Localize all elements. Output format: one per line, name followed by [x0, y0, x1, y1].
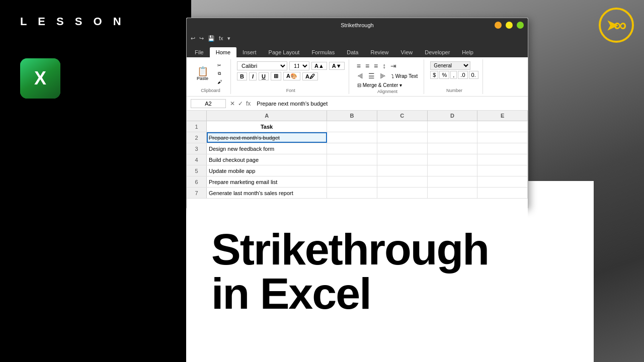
- cell-a2[interactable]: Prepare next month's budget: [207, 132, 327, 143]
- cell-e5[interactable]: [477, 165, 528, 176]
- insert-function-icon[interactable]: fx: [246, 100, 251, 107]
- maximize-btn[interactable]: [506, 22, 513, 29]
- align-top-button[interactable]: ≡: [355, 61, 362, 70]
- cell-a3[interactable]: Design new feedback form: [207, 143, 327, 154]
- align-center-button[interactable]: ☰: [367, 71, 376, 80]
- col-header-a[interactable]: A: [207, 111, 327, 121]
- cell-b1[interactable]: [327, 121, 377, 132]
- decrease-decimal-button[interactable]: 0.: [469, 71, 478, 79]
- col-header-b[interactable]: B: [327, 111, 377, 121]
- excel-icon-wrap: X: [20, 58, 60, 99]
- cell-d6[interactable]: [428, 176, 478, 187]
- cell-e7[interactable]: [477, 188, 528, 198]
- confirm-formula-icon[interactable]: ✓: [238, 100, 243, 107]
- cell-a7[interactable]: Generate last month's sales report: [207, 188, 327, 198]
- tab-insert[interactable]: Insert: [236, 47, 263, 57]
- wrap-text-button[interactable]: ⤵ Wrap Text: [389, 72, 420, 80]
- format-painter-button[interactable]: 🖌: [212, 78, 226, 85]
- cell-d3[interactable]: [428, 143, 478, 154]
- cell-d1[interactable]: [428, 121, 478, 132]
- italic-button[interactable]: I: [249, 72, 257, 80]
- cell-c6[interactable]: [377, 176, 428, 187]
- cell-a1[interactable]: Task: [207, 121, 327, 132]
- increase-decimal-button[interactable]: .0: [458, 71, 467, 79]
- cancel-formula-icon[interactable]: ✕: [230, 100, 235, 107]
- cell-c5[interactable]: [377, 165, 428, 176]
- number-format-select[interactable]: General: [430, 61, 470, 70]
- tab-formulas[interactable]: Formulas: [305, 47, 341, 57]
- underline-button[interactable]: U: [259, 72, 269, 80]
- border-button[interactable]: ⊞: [271, 72, 281, 80]
- font-color-button[interactable]: A🖊: [302, 72, 318, 80]
- cell-e1[interactable]: [477, 121, 528, 132]
- cell-d7[interactable]: [428, 188, 478, 198]
- decrease-font-button[interactable]: A▼: [329, 62, 345, 70]
- paste-button[interactable]: 📋 Paste: [195, 66, 210, 82]
- cell-d5[interactable]: [428, 165, 478, 176]
- text-direction-button[interactable]: ↕: [381, 61, 387, 70]
- cell-e4[interactable]: [477, 154, 528, 165]
- cell-d2[interactable]: [428, 132, 478, 143]
- formula-input[interactable]: [255, 100, 524, 108]
- cell-e3[interactable]: [477, 143, 528, 154]
- cell-reference-box[interactable]: [191, 99, 226, 108]
- cell-d4[interactable]: [428, 154, 478, 165]
- col-header-c[interactable]: C: [377, 111, 428, 121]
- align-left-button[interactable]: ⫷: [355, 71, 365, 80]
- cell-b4[interactable]: [327, 154, 377, 165]
- tab-page-layout[interactable]: Page Layout: [263, 47, 306, 57]
- fill-color-button[interactable]: A🎨: [283, 72, 300, 80]
- font-size-select[interactable]: 11: [289, 61, 309, 70]
- cell-a4[interactable]: Build checkout page: [207, 154, 327, 165]
- tab-home[interactable]: Home: [210, 47, 236, 57]
- redo-icon[interactable]: ↪: [199, 35, 204, 42]
- copy-button[interactable]: ⧉: [212, 70, 226, 77]
- row-number-1: 1: [187, 121, 207, 132]
- align-right-button[interactable]: ⫸: [378, 71, 388, 80]
- font-name-select[interactable]: Calibri: [237, 61, 287, 70]
- col-header-d[interactable]: D: [428, 111, 478, 121]
- clipboard-controls: 📋 Paste ✂ ⧉ 🖌: [195, 59, 226, 88]
- cell-b3[interactable]: [327, 143, 377, 154]
- cell-c7[interactable]: [377, 188, 428, 198]
- cell-a5[interactable]: Update mobile app: [207, 165, 327, 176]
- tab-data[interactable]: Data: [341, 47, 364, 57]
- cell-c3[interactable]: [377, 143, 428, 154]
- cell-b2[interactable]: [327, 132, 377, 143]
- col-header-e[interactable]: E: [477, 111, 528, 121]
- align-middle-button[interactable]: ≡: [364, 61, 371, 70]
- alignment-top-row: ≡ ≡ ≡ ↕ ⇥: [355, 61, 420, 70]
- cell-e6[interactable]: [477, 176, 528, 187]
- close-btn[interactable]: [517, 22, 524, 29]
- cut-button[interactable]: ✂: [212, 62, 226, 69]
- window-title: Strikethrough: [341, 22, 373, 28]
- cell-b5[interactable]: [327, 165, 377, 176]
- bold-button[interactable]: B: [237, 72, 247, 80]
- indent-button[interactable]: ⇥: [389, 61, 398, 70]
- qa-extra-icon[interactable]: ▾: [227, 35, 230, 42]
- cell-b7[interactable]: [327, 188, 377, 198]
- formula-bar-icon[interactable]: fx: [219, 35, 223, 41]
- tab-developer[interactable]: Developer: [419, 47, 456, 57]
- undo-icon[interactable]: ↩: [191, 35, 195, 42]
- cell-c4[interactable]: [377, 154, 428, 165]
- align-bottom-button[interactable]: ≡: [372, 61, 379, 70]
- tab-file[interactable]: File: [189, 47, 210, 57]
- merge-center-button[interactable]: ⊟ Merge & Center ▾: [355, 81, 420, 89]
- comma-button[interactable]: ,: [450, 71, 457, 79]
- increase-font-button[interactable]: A▲: [311, 62, 327, 70]
- cell-c1[interactable]: [377, 121, 428, 132]
- wrap-text-label: Wrap Text: [395, 73, 418, 79]
- tab-review[interactable]: Review: [364, 47, 394, 57]
- percent-button[interactable]: %: [439, 71, 449, 79]
- cell-e2[interactable]: [477, 132, 528, 143]
- currency-button[interactable]: $: [430, 71, 438, 79]
- minimize-btn[interactable]: [495, 22, 502, 29]
- tab-view[interactable]: View: [395, 47, 419, 57]
- cell-c2[interactable]: [377, 132, 428, 143]
- cell-a6[interactable]: Prepare marketing email list: [207, 176, 327, 187]
- wrap-text-icon: ⤵: [391, 73, 394, 79]
- save-icon[interactable]: 💾: [208, 35, 215, 42]
- cell-b6[interactable]: [327, 176, 377, 187]
- tab-help[interactable]: Help: [456, 47, 479, 57]
